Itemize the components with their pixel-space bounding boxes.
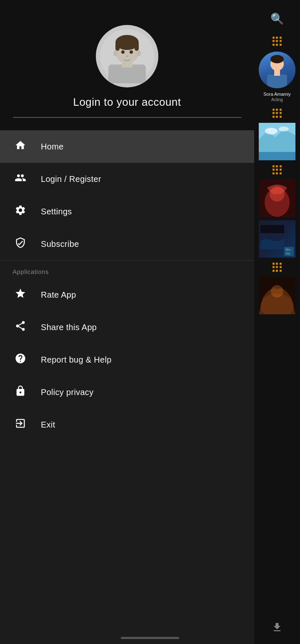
grid-icon-1[interactable] [272,33,282,49]
exit-label: Exit [41,420,55,430]
svg-point-9 [279,127,289,132]
menu-item-share[interactable]: Share this App [0,311,254,343]
menu-item-rate[interactable]: Rate App [0,278,254,311]
lock-icon [12,385,28,399]
svg-rect-7 [259,152,295,160]
home-icon [12,139,28,154]
menu-item-home[interactable]: Home [0,130,254,163]
svg-rect-23 [115,42,120,51]
grid-icon-2[interactable] [272,105,282,121]
svg-point-28 [130,50,133,54]
download-icon[interactable] [271,613,283,644]
right-person-name: Sora Amamiy [262,91,292,97]
svg-point-26 [137,50,141,56]
svg-rect-2 [267,75,287,88]
exit-icon [12,418,28,432]
applications-section-label: Applications [0,261,254,278]
menu-item-settings[interactable]: Settings [0,195,254,228]
bottom-nav-indicator [121,637,179,639]
grid-icon-3[interactable] [272,162,282,178]
svg-point-27 [121,50,125,54]
svg-rect-24 [135,42,139,51]
svg-rect-3 [274,70,280,76]
settings-icon [12,204,28,219]
menu-item-login[interactable]: Login / Register [0,163,254,195]
navigation-drawer: Login to your account Home Login / Regis… [0,0,254,644]
grid-icon-4[interactable] [272,259,282,275]
menu-item-privacy[interactable]: Policy privacy [0,376,254,408]
share-icon [12,320,28,334]
home-label: Home [41,142,64,152]
menu-section: Home Login / Register Settings [0,130,254,644]
thumbnail-3[interactable]: Blu-ray [259,220,295,258]
thumbnail-2[interactable] [259,179,295,217]
header-divider [13,117,242,118]
bluray-badge: Blu-ray [284,247,294,256]
help-icon [12,353,28,367]
thumbnail-1[interactable] [259,123,295,160]
right-avatar[interactable] [259,52,295,88]
search-icon[interactable]: 🔍 [270,12,284,25]
thumbnail-4[interactable] [259,277,295,314]
svg-point-25 [113,50,118,56]
privacy-label: Policy privacy [41,388,93,397]
svg-point-1 [270,55,284,63]
rate-label: Rate App [41,290,76,300]
svg-point-17 [271,285,283,298]
user-avatar[interactable] [96,25,158,87]
login-label: Login / Register [41,174,101,184]
svg-point-29 [126,55,128,57]
subscribe-icon [12,237,28,251]
svg-point-8 [265,128,278,134]
menu-item-report[interactable]: Report bug & Help [0,343,254,376]
report-label: Report bug & Help [41,355,112,365]
menu-item-exit[interactable]: Exit [0,408,254,441]
search-area[interactable]: 🔍 [254,4,300,33]
share-label: Share this App [41,323,97,332]
login-prompt[interactable]: Login to your account [73,96,181,109]
login-icon [12,172,28,186]
drawer-header: Login to your account [0,0,254,130]
menu-item-subscribe[interactable]: Subscribe [0,228,254,260]
subscribe-label: Subscribe [41,239,79,249]
settings-label: Settings [41,207,72,216]
right-panel: 🔍 Sora Amamiy Acting [254,0,300,644]
star-icon [12,288,28,302]
right-person-role: Acting [271,97,283,102]
